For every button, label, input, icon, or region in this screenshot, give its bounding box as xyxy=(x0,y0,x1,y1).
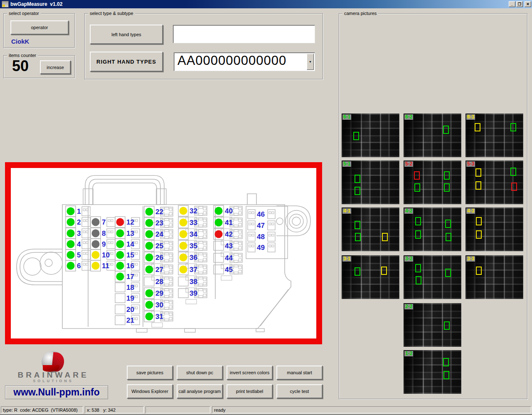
camera-tile-label: 2-2 xyxy=(404,304,413,309)
fuse-number: 28 xyxy=(155,278,163,286)
camera-tile-label: 5-2 xyxy=(404,161,413,167)
select-type-label: select type & subtype xyxy=(88,11,135,16)
select-operator-group: select operator operator CiokK xyxy=(3,13,75,48)
detection-box xyxy=(511,183,517,191)
increase-button[interactable]: increase xyxy=(40,60,71,74)
left-hand-types-button[interactable]: left hand types xyxy=(90,25,163,44)
fuse-number: 27 xyxy=(155,266,163,274)
fusebox-diagram: 1234567891011121314151617181920212223242… xyxy=(5,162,322,344)
detection-box xyxy=(443,371,449,379)
detection-box xyxy=(353,132,359,140)
detection-box xyxy=(444,321,450,330)
fuse-number: 45 xyxy=(225,266,233,274)
camera-tile-3-1: 3-1 xyxy=(342,255,399,299)
camera-tile-6-2: 6-2 xyxy=(404,114,461,157)
close-button[interactable]: ✕ xyxy=(525,1,531,7)
fuse-number: 20 xyxy=(126,306,134,314)
camera-tile-4-3: 4-3 xyxy=(466,208,523,251)
camera-tile-5-2: 5-2 xyxy=(404,161,461,204)
detection-box xyxy=(414,183,420,192)
detection-box xyxy=(381,267,387,275)
operator-button[interactable]: operator xyxy=(10,20,69,35)
fuse-number: 38 xyxy=(190,278,197,286)
detection-box xyxy=(355,233,361,241)
fuse-number: 39 xyxy=(190,289,197,297)
fuse-number: 48 xyxy=(257,233,265,241)
fuse-number: 32 xyxy=(190,207,197,215)
manual-start-button[interactable]: manual start xyxy=(276,366,323,380)
type-dropdown-button[interactable]: ▼ xyxy=(307,54,314,70)
restore-button[interactable]: ❐ xyxy=(516,1,523,7)
website-url: www.Null-ppm.info xyxy=(5,385,108,399)
current-operator: CiokK xyxy=(11,38,29,45)
fuse-number: 16 xyxy=(126,262,134,270)
fuse-number: 37 xyxy=(190,266,197,274)
detection-box xyxy=(415,264,421,272)
camera-tile-3-2: 3-2 xyxy=(404,255,461,299)
fuse-number: 44 xyxy=(225,254,233,262)
fuse-number: 30 xyxy=(155,301,163,309)
detection-box xyxy=(446,233,451,241)
fuse-number: 6 xyxy=(77,262,81,270)
items-count: 50 xyxy=(12,57,29,75)
detection-box xyxy=(414,171,420,180)
fuse-number: 2 xyxy=(77,218,81,226)
camera-tile-6-1: 6-1 xyxy=(342,114,399,157)
window-title: bwGapMeasure v1.02 xyxy=(10,1,62,7)
detection-box xyxy=(443,126,449,134)
detection-box xyxy=(444,183,450,192)
type-combobox[interactable]: AA000000000000 ▼ xyxy=(174,52,315,71)
camera-tile-2-2: 2-2 xyxy=(404,303,461,347)
camera-tile-label: 6-3 xyxy=(466,114,475,120)
invert-screen-colors-button[interactable]: invert screen colors xyxy=(227,366,273,380)
fuse-number: 8 xyxy=(102,230,106,237)
fuse-number: 14 xyxy=(126,240,134,248)
fuse-number: 21 xyxy=(126,316,134,324)
camera-tile-4-1: 4-1 xyxy=(342,208,399,251)
detection-box xyxy=(415,230,421,239)
detection-box xyxy=(510,123,516,131)
camera-tile-label: 6-1 xyxy=(342,114,351,120)
status-coordinates: x: 538 y: 342 xyxy=(85,406,144,413)
windows-explorer-button[interactable]: Windows Explorer xyxy=(127,384,173,398)
fuse-number: 35 xyxy=(190,242,197,250)
detection-box xyxy=(510,168,516,176)
camera-tile-3-3: 3-3 xyxy=(466,255,523,299)
fuse-number: 11 xyxy=(102,262,109,270)
print-testlabel-button[interactable]: print testlabel xyxy=(227,384,273,398)
fuse-number: 15 xyxy=(126,251,134,259)
app-window: bwGapMeasure v1.02 _ ❐ ✕ select operator… xyxy=(0,0,532,415)
detection-box xyxy=(355,221,360,229)
save-pictures-button[interactable]: save pictures xyxy=(127,366,173,380)
camera-tile-6-3: 6-3 xyxy=(466,114,523,157)
fuse-number: 3 xyxy=(77,230,81,237)
fuse-number: 7 xyxy=(102,218,106,226)
fuse-number: 36 xyxy=(190,254,197,262)
detection-box xyxy=(382,233,388,241)
call-analyse-program-button[interactable]: call analyse program xyxy=(177,384,223,398)
fuse-number: 42 xyxy=(225,230,233,238)
camera-tile-4-2: 4-2 xyxy=(404,208,461,251)
right-hand-types-button[interactable]: RIGHT HAND TYPES xyxy=(90,52,163,72)
type-value: AA000000000000 xyxy=(177,53,286,68)
detection-box xyxy=(416,276,421,284)
detection-box xyxy=(475,123,480,131)
shut-down-pc-button[interactable]: shut down pc xyxy=(177,366,223,380)
camera-tile-label: 5-1 xyxy=(342,161,351,167)
status-spare xyxy=(145,406,210,413)
camera-tile-label: 3-1 xyxy=(342,256,351,262)
cycle-test-button[interactable]: cycle test xyxy=(276,384,323,398)
fuse-number: 24 xyxy=(155,230,163,238)
subtype-field[interactable] xyxy=(173,25,315,43)
items-counter-group: items counter 50 increase xyxy=(3,55,75,78)
fuse-number: 19 xyxy=(126,294,134,302)
detection-box xyxy=(475,168,481,177)
detection-box xyxy=(355,175,360,183)
select-type-group: select type & subtype left hand types RI… xyxy=(84,13,323,79)
detection-box xyxy=(445,269,451,277)
camera-pictures-group: camera pictures 6-16-26-35-15-25-34-14-2… xyxy=(339,13,527,399)
minimize-button[interactable]: _ xyxy=(509,1,515,7)
camera-tile-5-1: 5-1 xyxy=(342,161,399,204)
fuse-number: 40 xyxy=(225,207,233,215)
detection-box xyxy=(355,267,360,276)
